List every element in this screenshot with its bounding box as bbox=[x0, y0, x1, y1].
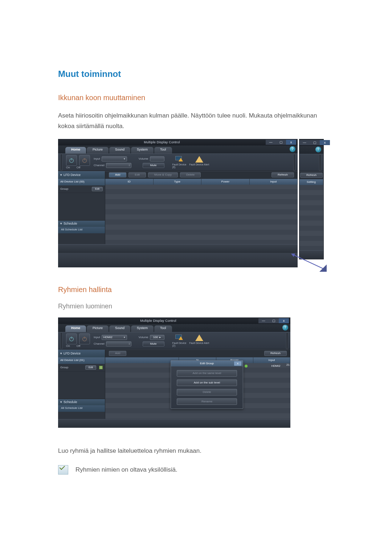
tab-tool[interactable]: Tool bbox=[154, 325, 172, 332]
sidebar-group-row[interactable]: Group Edit bbox=[58, 364, 105, 372]
move-copy-button[interactable]: Move & Copy bbox=[148, 172, 178, 177]
edit-button[interactable]: Edit bbox=[128, 172, 146, 177]
col-input[interactable]: Input bbox=[253, 357, 290, 363]
volume-spinner[interactable] bbox=[150, 156, 164, 161]
resize-corner-icon bbox=[319, 264, 327, 272]
window-title: Multiple Display Control bbox=[58, 140, 266, 144]
all-device-list[interactable]: All Device List (00) bbox=[58, 179, 105, 185]
sidebar-group-row[interactable]: Group Edit bbox=[58, 185, 105, 193]
sidebar-section-schedule[interactable]: ▾ Schedule bbox=[58, 220, 105, 227]
window-minimize[interactable]: — bbox=[258, 318, 269, 323]
heading-resize: Ikkunan koon muuttaminen bbox=[58, 94, 334, 102]
power-off-button[interactable] bbox=[79, 155, 90, 166]
tab-tool[interactable]: Tool bbox=[154, 147, 172, 153]
tab-home[interactable]: Home bbox=[65, 147, 86, 153]
col-id[interactable]: ID bbox=[105, 179, 154, 185]
add-button[interactable]: Add bbox=[109, 351, 126, 356]
help-icon[interactable]: ? bbox=[290, 146, 295, 152]
sidebar-section-schedule[interactable]: ▾ Schedule bbox=[58, 399, 105, 405]
heading-main: Muut toiminnot bbox=[58, 69, 334, 79]
screenshot-groups: Multiple Display Control — ▢ x Home Pict… bbox=[58, 317, 290, 428]
sidebar-section-lfd[interactable]: ▾ LFD Device bbox=[58, 171, 105, 179]
dialog-title: Edit Group bbox=[200, 362, 214, 365]
input-label: Input bbox=[94, 157, 100, 160]
col-power[interactable]: Power bbox=[201, 179, 250, 185]
rename-button[interactable]: Rename bbox=[177, 398, 237, 405]
fault-device-icon bbox=[175, 335, 182, 339]
checkbox-icon[interactable] bbox=[99, 366, 103, 369]
table-header: ID Type Power Input bbox=[105, 179, 298, 185]
window-close[interactable]: x bbox=[279, 318, 289, 323]
channel-select[interactable]: ⁞ bbox=[106, 341, 131, 346]
col-input[interactable]: Input bbox=[250, 179, 298, 185]
input-select[interactable]: ▾ bbox=[102, 156, 127, 161]
col-type[interactable]: Type bbox=[154, 179, 202, 185]
power-off-label: Off bbox=[77, 344, 81, 348]
sidebar-section-lfd[interactable]: ▾ LFD Device bbox=[58, 350, 105, 357]
fault-device-label: Fault Device(0) bbox=[172, 163, 187, 168]
add-button[interactable]: Add bbox=[109, 172, 126, 177]
dialog-delete-button[interactable]: Delete bbox=[177, 389, 237, 395]
group-label: Group bbox=[60, 187, 68, 190]
power-on-label: On bbox=[66, 344, 70, 348]
tab-sound[interactable]: Sound bbox=[109, 325, 130, 332]
tab-picture[interactable]: Picture bbox=[87, 147, 109, 153]
group-label: Group bbox=[60, 366, 68, 369]
volume-label: Volume bbox=[139, 157, 148, 160]
ribbon-handle-right[interactable] bbox=[286, 332, 288, 349]
refresh-button[interactable]: Refresh bbox=[264, 351, 287, 356]
chevron-right-icon: ▸ bbox=[159, 336, 161, 339]
group-edit-button[interactable]: Edit bbox=[85, 365, 96, 370]
fault-alert-label: Fault Device Alert bbox=[189, 342, 209, 344]
ribbon-handle-left[interactable] bbox=[60, 332, 62, 349]
panel-close[interactable]: x bbox=[320, 140, 330, 145]
channel-select[interactable]: ⁞ bbox=[106, 163, 131, 168]
detached-panel: — ▢ x ? Refresh Setting bbox=[299, 139, 324, 259]
volume-label: Volume bbox=[139, 336, 148, 339]
window-minimize[interactable]: — bbox=[266, 140, 276, 145]
col-setting[interactable]: Setting bbox=[299, 179, 323, 185]
fault-device-icon bbox=[175, 156, 182, 160]
power-off-button[interactable] bbox=[79, 333, 90, 344]
tab-system[interactable]: System bbox=[131, 147, 154, 153]
window-maximize[interactable]: ▢ bbox=[276, 140, 286, 145]
panel-minimize[interactable]: — bbox=[299, 140, 310, 145]
group-edit-button[interactable]: Edit bbox=[92, 187, 103, 191]
dialog-close[interactable]: x bbox=[234, 361, 241, 366]
edit-group-dialog: Edit Group x Add on the same level Add o… bbox=[171, 360, 243, 409]
add-sub-level-button[interactable]: Add on the sub level bbox=[177, 379, 237, 386]
volume-spinner[interactable]: 100▸ bbox=[150, 335, 164, 340]
refresh-button[interactable]: Refresh bbox=[271, 172, 294, 177]
add-same-level-button[interactable]: Add on the same level bbox=[177, 370, 237, 377]
chevron-down-icon: ▾ bbox=[124, 157, 125, 160]
all-device-list[interactable]: All Device List (01) bbox=[58, 357, 105, 364]
row-count: 21 bbox=[286, 363, 290, 366]
window-maximize[interactable]: ▢ bbox=[269, 318, 279, 323]
fault-alert-icon bbox=[195, 156, 203, 163]
mute-button[interactable]: Mute bbox=[143, 163, 164, 168]
input-cell: HDMI2 bbox=[261, 364, 290, 368]
mute-button[interactable]: Mute bbox=[143, 341, 164, 346]
power-icon bbox=[81, 336, 88, 342]
ribbon-handle-right[interactable] bbox=[293, 154, 295, 171]
help-icon[interactable]: ? bbox=[282, 325, 288, 331]
all-schedule-list[interactable]: All Schedule List bbox=[58, 405, 105, 412]
power-icon bbox=[68, 157, 75, 164]
tab-system[interactable]: System bbox=[131, 325, 154, 332]
panel-maximize[interactable]: ▢ bbox=[310, 140, 320, 145]
ribbon-handle-left[interactable] bbox=[60, 154, 62, 171]
all-schedule-list[interactable]: All Schedule List bbox=[58, 227, 105, 233]
help-icon[interactable]: ? bbox=[315, 147, 321, 152]
ribbon-handle-right[interactable] bbox=[319, 154, 321, 171]
tab-picture[interactable]: Picture bbox=[87, 325, 109, 332]
refresh-button[interactable]: Refresh bbox=[300, 173, 323, 178]
power-on-button[interactable] bbox=[66, 155, 77, 166]
tab-sound[interactable]: Sound bbox=[109, 147, 130, 153]
tab-home[interactable]: Home bbox=[65, 325, 86, 332]
delete-button[interactable]: Delete bbox=[180, 172, 201, 177]
input-select[interactable]: HDMI2▾ bbox=[102, 335, 127, 340]
power-off-label: Off bbox=[77, 166, 81, 169]
window-close[interactable]: x bbox=[286, 140, 296, 145]
power-on-button[interactable] bbox=[66, 333, 77, 344]
status-bar bbox=[58, 244, 298, 253]
